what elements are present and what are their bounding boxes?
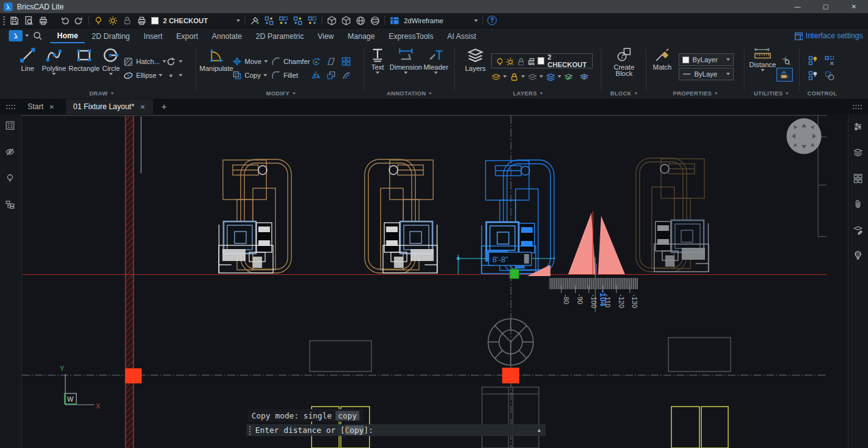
application-button[interactable] bbox=[9, 30, 23, 41]
solid-icon[interactable] bbox=[341, 16, 351, 26]
layers-button[interactable]: Layers bbox=[462, 46, 489, 72]
layer-accept-button[interactable] bbox=[564, 71, 573, 82]
layer-on-icon[interactable] bbox=[495, 57, 502, 65]
layer-isolate-button[interactable] bbox=[491, 71, 507, 82]
blocks-panel-icon[interactable] bbox=[853, 173, 864, 184]
attachments-panel-icon[interactable] bbox=[853, 199, 864, 210]
box-icon[interactable] bbox=[327, 16, 337, 26]
help-icon[interactable]: ? bbox=[487, 16, 497, 25]
layer-lock-icon[interactable] bbox=[122, 16, 132, 26]
rotate-button[interactable] bbox=[311, 56, 321, 67]
light-icon[interactable] bbox=[5, 173, 16, 184]
layer-thaw-icon[interactable] bbox=[505, 57, 513, 65]
save-icon[interactable] bbox=[9, 16, 19, 26]
render-icon[interactable] bbox=[356, 16, 366, 26]
hatched-wall-column[interactable] bbox=[125, 115, 134, 448]
undo-icon[interactable] bbox=[60, 16, 70, 26]
navigation-wheel[interactable] bbox=[786, 119, 822, 154]
visual-style-dropdown[interactable]: 2dWireframe bbox=[404, 17, 443, 24]
panel-label-utilities[interactable]: UTILITIES bbox=[745, 90, 798, 97]
copy-button[interactable]: Copy bbox=[232, 70, 267, 81]
chevron-down-icon[interactable] bbox=[236, 19, 240, 22]
match-properties-button[interactable]: Match bbox=[648, 46, 676, 71]
distance-button[interactable]: Distance bbox=[746, 46, 779, 72]
layout-rectangle-right[interactable] bbox=[669, 338, 731, 371]
layer-freeze-button[interactable] bbox=[527, 71, 543, 82]
create-block-button[interactable]: CreateBlock bbox=[603, 46, 645, 77]
layer-plot-icon[interactable] bbox=[527, 57, 534, 65]
hide-objects-icon[interactable] bbox=[5, 147, 16, 158]
new-tab-button[interactable]: + bbox=[157, 102, 172, 112]
layer-states-button[interactable] bbox=[546, 71, 561, 82]
layer-on-icon[interactable] bbox=[93, 16, 103, 26]
panel-label-layers[interactable]: LAYERS bbox=[457, 90, 600, 97]
offset-button[interactable] bbox=[341, 70, 351, 81]
quick-measure-toggle[interactable] bbox=[776, 68, 793, 82]
layer-state-combobox[interactable]: 2 CHECKOUT bbox=[491, 53, 593, 68]
control-isolate-button[interactable] bbox=[824, 55, 835, 66]
layers-panel-icon[interactable] bbox=[853, 147, 864, 159]
properties-sliders-icon[interactable] bbox=[853, 122, 864, 133]
layer-add-button[interactable] bbox=[580, 71, 589, 82]
point-button[interactable] bbox=[166, 70, 183, 81]
close-icon[interactable]: ✕ bbox=[49, 104, 54, 110]
close-icon[interactable]: ✕ bbox=[140, 104, 145, 110]
tabbar-overflow-grip[interactable] bbox=[853, 105, 863, 109]
render-materials-icon[interactable] bbox=[853, 250, 864, 262]
manipulate-button[interactable]: Manipulate bbox=[198, 46, 235, 72]
current-layer-dropdown[interactable]: 2 CHECKOUT bbox=[163, 17, 232, 24]
chevron-down-icon[interactable] bbox=[474, 19, 478, 22]
layer-lock-toggle-button[interactable] bbox=[509, 71, 525, 82]
control-end-isolate-button[interactable] bbox=[824, 70, 835, 81]
print-preview-icon[interactable] bbox=[24, 16, 34, 26]
checkout-fixture-1[interactable] bbox=[219, 159, 292, 273]
select-similar-icon[interactable] bbox=[264, 16, 274, 26]
tabbar-grip[interactable] bbox=[6, 105, 16, 109]
scale-button[interactable] bbox=[326, 70, 336, 81]
mirror-button[interactable] bbox=[311, 70, 321, 81]
linetype-dropdown[interactable]: ByLaye bbox=[679, 68, 734, 80]
column-wheel-symbol[interactable] bbox=[488, 319, 533, 365]
control-hide-button[interactable] bbox=[808, 70, 818, 81]
circle-button[interactable]: Circle bbox=[99, 46, 123, 75]
rectangle-button[interactable]: Rectangle bbox=[66, 46, 102, 72]
command-expand-arrow[interactable]: ▲ bbox=[537, 427, 541, 433]
layout-rectangle-left[interactable] bbox=[310, 341, 371, 371]
move-button[interactable]: Move bbox=[232, 56, 268, 67]
panel-label-block[interactable]: BLOCK bbox=[603, 90, 645, 97]
dimension-button[interactable]: Dimension bbox=[388, 46, 424, 74]
chevron-down-icon[interactable] bbox=[25, 35, 29, 37]
close-button[interactable]: ✕ bbox=[840, 0, 868, 13]
tab-annotate[interactable]: Annotate bbox=[205, 28, 249, 43]
redo-icon[interactable] bbox=[74, 16, 84, 26]
tab-ai-assist[interactable]: AI Assist bbox=[440, 28, 483, 43]
chamfer-button[interactable]: Chamfer bbox=[271, 56, 310, 67]
insertion-marker-center[interactable] bbox=[502, 368, 519, 383]
properties-panel-icon[interactable] bbox=[5, 120, 16, 132]
selection-grip[interactable] bbox=[510, 269, 519, 279]
toolbar-grip[interactable] bbox=[3, 16, 5, 25]
tab-start[interactable]: Start✕ bbox=[20, 99, 62, 114]
tab-expresstools[interactable]: ExpressTools bbox=[382, 28, 440, 43]
fillet-button[interactable]: Fillet bbox=[271, 70, 298, 81]
checkout-fixture-4[interactable] bbox=[636, 158, 709, 272]
panel-label-draw[interactable]: DRAW bbox=[9, 90, 194, 97]
layer-thaw-icon[interactable] bbox=[108, 16, 118, 26]
text-button[interactable]: Text bbox=[366, 46, 389, 74]
tab-manage[interactable]: Manage bbox=[341, 28, 381, 43]
sphere-icon[interactable] bbox=[370, 16, 380, 26]
tab-2d-drafting[interactable]: 2D Drafting bbox=[85, 28, 137, 43]
mleader-button[interactable]: Mleader bbox=[421, 46, 450, 74]
ellipse-button[interactable]: Ellipse bbox=[123, 70, 162, 81]
hatch-button[interactable]: Hatch... bbox=[123, 56, 166, 67]
command-input[interactable]: Enter distance or [Copy]: ▲ bbox=[246, 424, 546, 436]
lower-fixture-outline[interactable] bbox=[482, 387, 539, 448]
drawing-canvas[interactable]: 8'-8" bbox=[22, 114, 848, 448]
insertion-marker-left[interactable] bbox=[125, 368, 142, 383]
tab-export[interactable]: Export bbox=[169, 28, 205, 43]
tab-insert[interactable]: Insert bbox=[137, 28, 169, 43]
layer-plot-icon[interactable] bbox=[137, 16, 147, 26]
search-icon[interactable] bbox=[33, 31, 43, 41]
tab-2d-parametric[interactable]: 2D Parametric bbox=[249, 28, 311, 43]
ucs-icon[interactable]: Y X W bbox=[60, 365, 100, 410]
